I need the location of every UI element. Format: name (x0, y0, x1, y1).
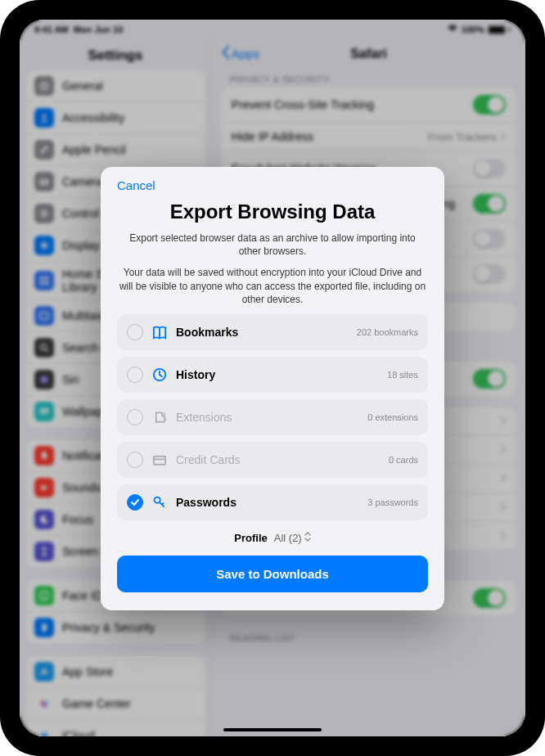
export-modal: Cancel Export Browsing Data Export selec… (101, 167, 444, 610)
key-icon (151, 494, 168, 511)
option-label: Passwords (176, 496, 359, 509)
modal-title: Export Browsing Data (117, 200, 428, 223)
save-to-downloads-button[interactable]: Save to Downloads (117, 556, 428, 592)
book-icon (151, 324, 168, 340)
card-icon (151, 452, 168, 468)
export-option-credit-cards: Credit Cards0 cards (117, 442, 428, 478)
profile-label: Profile (234, 532, 267, 544)
option-count: 18 sites (387, 370, 418, 380)
updown-icon (304, 532, 311, 544)
option-label: Extensions (176, 411, 359, 424)
option-count: 3 passwords (367, 497, 418, 507)
svg-rect-31 (154, 457, 165, 465)
option-count: 0 extensions (367, 412, 418, 422)
clock-icon (151, 367, 168, 383)
cancel-button[interactable]: Cancel (117, 178, 428, 192)
profile-selector[interactable]: Profile All (2) (117, 532, 428, 544)
radio (127, 409, 143, 425)
export-option-bookmarks[interactable]: Bookmarks202 bookmarks (117, 314, 428, 350)
option-label: History (176, 368, 379, 381)
radio[interactable] (127, 494, 143, 511)
ipad-frame: 9:41 AM Mon Jun 10 100% Settings General… (0, 0, 545, 756)
option-count: 0 cards (389, 455, 418, 465)
modal-subtitle-2: Your data will be saved without encrypti… (117, 266, 428, 306)
radio (127, 452, 143, 468)
radio[interactable] (127, 367, 143, 383)
puzzle-icon (151, 409, 168, 425)
home-indicator[interactable] (223, 728, 322, 731)
radio[interactable] (127, 324, 143, 340)
option-label: Bookmarks (176, 326, 349, 339)
export-option-passwords[interactable]: Passwords3 passwords (117, 484, 428, 520)
modal-subtitle-1: Export selected browser data as an archi… (117, 232, 428, 258)
export-option-extensions: Extensions0 extensions (117, 399, 428, 435)
option-count: 202 bookmarks (357, 327, 418, 337)
profile-value: All (2) (274, 532, 302, 544)
svg-point-32 (155, 497, 160, 503)
export-option-history[interactable]: History18 sites (117, 357, 428, 393)
screen: 9:41 AM Mon Jun 10 100% Settings General… (20, 20, 525, 736)
option-label: Credit Cards (176, 453, 381, 466)
